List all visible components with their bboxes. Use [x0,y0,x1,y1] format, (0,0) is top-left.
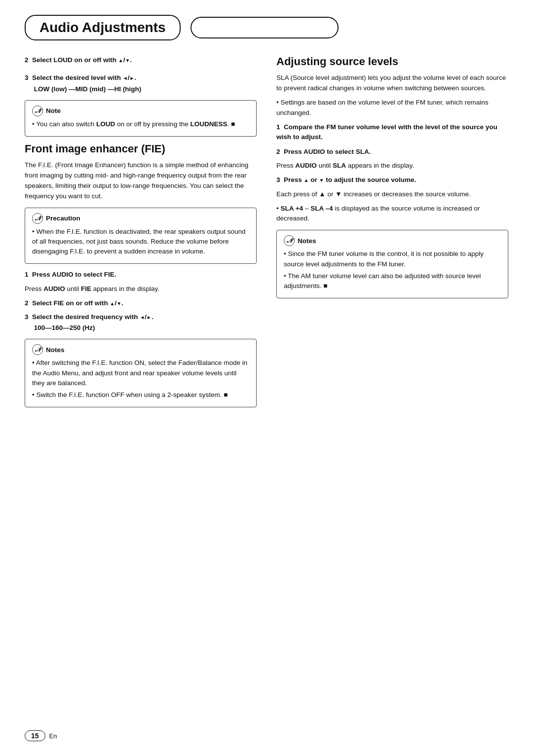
precaution-icon: 𝒩 [32,213,43,224]
step-2-loud: 2 Select LOUD on or off with /. [25,55,257,65]
sla-step-1-num: 1 [276,123,284,131]
fie-step-1: 1 Press AUDIO to select FIE. [25,270,257,280]
step-3-num: 3 [25,74,32,81]
level-range: LOW (low) —MID (mid) —HI (high) [25,84,257,94]
sla-notes-box: 𝒩 Notes Since the FM tuner volume is the… [276,230,508,298]
arrow-up-icon [118,56,123,64]
fie-freq-range: 100—160—250 (Hz) [25,323,257,333]
sla-notes-header: 𝒩 Notes [284,235,501,246]
sla-step-3-num: 3 [276,176,284,183]
sla-step-3-detail-2: • SLA +4 – SLA –4 is displayed as the so… [276,204,508,224]
two-col-layout: 2 Select LOUD on or off with /. 3 Select… [25,55,508,413]
fie-notes-box: 𝒩 Notes After switching the F.I.E. funct… [25,339,257,407]
header-right-box [190,17,339,38]
step-2-label: Select LOUD on or off with /. [32,56,132,64]
fie-arrow-up [110,299,115,307]
sla-arrow-down [319,176,324,183]
sla-note-item-2: The AM tuner volume level can also be ad… [284,271,501,291]
page-title: Audio Adjustments [39,20,166,35]
sla-step-1-label: Compare the FM tuner volume level with t… [276,123,497,141]
fie-notes-label: Notes [46,346,65,354]
sla-section: Adjusting source levels SLA (Source leve… [276,55,508,298]
step-3-label: Select the desired level with /. [32,74,136,81]
fie-step-3-num: 3 [25,313,32,321]
fie-step-1-num: 1 [25,271,32,278]
sla-step-3: 3 Press or to adjust the source volume. [276,175,508,185]
precaution-box: 𝒩 Precaution When the F.I.E. function is… [25,208,257,264]
fie-description: The F.I.E. (Front Image Enhancer) functi… [25,160,257,202]
sla-step-2-label: Press AUDIO to select SLA. [284,148,371,155]
fie-notes-header: 𝒩 Notes [32,344,249,355]
note-label-loud: Note [46,107,61,114]
fie-note-item-1: After switching the F.I.E. function ON, … [32,358,249,388]
note-box-loud: 𝒩 Note You can also switch LOUD on or of… [25,100,257,137]
fie-arrow-down [116,299,121,307]
title-box: Audio Adjustments [25,15,181,40]
fie-step-1-label: Press AUDIO to select FIE. [32,271,116,278]
sla-note-item-1: Since the FM tuner volume is the control… [284,249,501,269]
fie-step-2: 2 Select FIE on or off with /. [25,298,257,308]
arrow-down-icon [125,56,130,64]
fie-note-item-2: Switch the F.I.E. function OFF when usin… [32,390,249,400]
sla-step-3-label: Press or to adjust the source volume. [284,176,416,183]
note-header-loud: 𝒩 Note [32,106,249,116]
fie-section: Front image enhancer (FIE) The F.I.E. (F… [25,143,257,407]
sla-bullet-1: • Settings are based on the volume level… [276,98,508,118]
fie-step-1-detail: Press AUDIO until FIE appears in the dis… [25,284,257,294]
fie-notes-icon: 𝒩 [32,344,43,355]
page: Audio Adjustments 2 Select LOUD on or of… [0,0,533,756]
sla-step-2: 2 Press AUDIO to select SLA. [276,147,508,157]
note-item-loud-1: You can also switch LOUD on or off by pr… [32,119,249,129]
sla-description: SLA (Source level adjustment) lets you a… [276,73,508,94]
arrow-right-icon [130,74,135,81]
language-label: En [49,732,57,740]
sla-step-2-detail: Press AUDIO until SLA appears in the dis… [276,161,508,171]
fie-arrow-left [140,313,145,321]
fie-step-3: 3 Select the desired frequency with /. 1… [25,312,257,333]
sla-notes-icon: 𝒩 [284,235,295,246]
fie-step-2-num: 2 [25,299,32,307]
page-header: Audio Adjustments [25,15,508,40]
note-icon-loud: 𝒩 [32,106,43,116]
precaution-label: Precaution [46,215,80,222]
sla-step-1: 1 Compare the FM tuner volume level with… [276,122,508,143]
fie-title: Front image enhancer (FIE) [25,143,257,155]
precaution-item-1: When the F.I.E. function is deactivated,… [32,227,249,257]
page-footer: 15 En [25,730,57,741]
right-column: Adjusting source levels SLA (Source leve… [276,55,508,413]
sla-arrow-up [304,176,309,183]
step-3-level: 3 Select the desired level with /. LOW (… [25,73,257,94]
left-column: 2 Select LOUD on or off with /. 3 Select… [25,55,257,413]
sla-notes-label: Notes [298,237,316,245]
page-number: 15 [25,730,45,741]
precaution-header: 𝒩 Precaution [32,213,249,224]
sla-step-3-detail-1: Each press of ▲ or ▼ increases or decrea… [276,189,508,200]
fie-step-3-label: Select the desired frequency with /. [32,313,153,321]
sla-step-2-num: 2 [276,148,284,155]
arrow-left-icon [123,74,128,81]
sla-title: Adjusting source levels [276,55,508,68]
fie-step-2-label: Select FIE on or off with /. [32,299,123,307]
fie-arrow-right [147,313,152,321]
step-2-num: 2 [25,56,32,64]
